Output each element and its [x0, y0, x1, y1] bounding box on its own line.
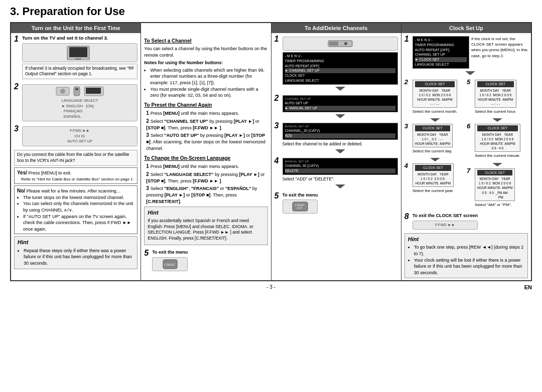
number-note-1: When selecting cable channels which are … [150, 67, 267, 86]
menu-item-timer: TIMER PROGRAMMING [285, 59, 395, 64]
clock-step-3-num: 3 [404, 123, 411, 129]
menu-screen-4: MANUAL SET UP CHANNEL 30 (CATV) DELETE [283, 158, 398, 175]
clock-panel-6: CLOCK SET MONTH DAY YEAR 1 0 / 0 2 MON 2… [475, 124, 520, 152]
clock-step-8-num: 8 [404, 213, 411, 221]
svg-marker-15 [335, 114, 345, 118]
hint-text-2: If you accidentally select Spanish or Fr… [148, 218, 264, 242]
auto-set-up-item: AUTO SET UP [285, 101, 395, 106]
clock-arrow-5 [467, 117, 528, 122]
hint-clock-bullet-2: Your clock setting will be lost if eithe… [414, 257, 524, 276]
add-step-1-num: 1 [275, 35, 281, 43]
down-arrow-2 [333, 113, 348, 119]
clock-panel-5-title: CLOCK SET [477, 81, 514, 87]
no-bullet-1: The tuner stops on the lowest memorized … [23, 194, 134, 201]
clock-step-7-row: 7 CLOCK SET MONTH DAY YEAR 1 0 / 0 2 MON… [467, 167, 528, 209]
clock-step-8-text: To exit the CLOCK SET screen [413, 213, 478, 218]
clock-down-arrow-1 [463, 70, 478, 76]
preset-heading: To Preset the Channel Again [144, 102, 267, 109]
svg-marker-23 [430, 158, 440, 161]
clock-down-arrow-5 [490, 117, 505, 122]
down-arrow-3 [333, 148, 348, 154]
section-add-delete-content: 1 - M E N U - TIMER PROGRAMMING AUTO REP… [272, 33, 401, 280]
step-2-num: 2 [14, 83, 20, 91]
standby-icon [56, 87, 70, 96]
section-turn-on: Turn on the Unit for the First Time 1 Tu… [11, 23, 141, 280]
step-1-num: 1 [14, 35, 20, 43]
section-add-delete-header: To Add/Delete Channels [272, 23, 401, 33]
select-channel-intro: You can select a channel by using the Nu… [144, 46, 267, 58]
arrow-row-4 [283, 183, 398, 189]
number-notes-list: When selecting cable channels which are … [150, 67, 267, 99]
number-notes-heading: Notes for using the Number buttons: [144, 60, 267, 66]
delete-item: DELETE [285, 168, 395, 173]
svg-text:EXIT: EXIT [297, 207, 302, 210]
clock-panel-5: CLOCK SET MONTH DAY YEAR 1 0 / 0 2 MON 2… [475, 80, 516, 108]
clock-step-6-row: 6 CLOCK SET MONTH DAY YEAR 1 0 / 0 2 MON… [467, 123, 528, 159]
clock-step-5-num: 5 [467, 79, 473, 85]
svg-marker-14 [335, 87, 345, 91]
clock-step-1-row: 1 - M E N U - TIMER PROGRAMMING AUTO REP… [404, 35, 528, 77]
lang-label: EN [524, 284, 532, 290]
svg-marker-21 [465, 71, 475, 75]
menu-item-channel-setup: ► CHANNEL SET UP [285, 68, 395, 73]
hint-title-1: Hint [18, 239, 134, 246]
arrow-row-2 [283, 113, 398, 119]
clock-panel-7-values: MONTH DAY YEAR 1 0 / 0 2 MON 2 0 0 6 HOU… [477, 176, 512, 199]
tv-screen-icon [84, 86, 104, 96]
clock-menu-screen-1: - M E N U - TIMER PROGRAMMING AUTO REPEA… [413, 36, 469, 69]
clock-steps-2-4: 2 CLOCK SET MONTH DAY YEAR 1 0 / 0 2 MON… [404, 79, 528, 211]
main-grid: Turn on the Unit for the First Time 1 Tu… [10, 22, 532, 281]
page-title: 3. Preparation for Use [10, 5, 532, 18]
menu-screen-3: MANUAL SET UP CHANNEL_30 (CATV) ADD [283, 123, 398, 140]
hint-bullet-1: Repeat these steps only if either there … [24, 248, 134, 267]
preset-step-3: 3Select "AUTO SET UP" by pressing [PLAY … [146, 132, 267, 151]
clock-auto-repeat: AUTO REPEAT [OFF] [415, 48, 467, 53]
clock-panel-2-title: CLOCK SET [415, 81, 455, 87]
add-exit-text: To exit the menu [283, 192, 318, 198]
svg-marker-22 [430, 118, 440, 122]
add-item: ADD [285, 133, 395, 138]
c-reset-diagram: C.RESET [152, 257, 188, 271]
svg-marker-17 [335, 184, 345, 188]
vcr-remote-diagram: LANGUAGE SELECT ► ENGLISH [ON] FRANÇAIS … [22, 84, 138, 121]
svg-marker-16 [335, 149, 345, 153]
section-turn-on-header: Turn on the Unit for the First Time [11, 23, 141, 33]
page-num: - 3 - [266, 284, 276, 290]
clock-clock-set: ► CLOCK SET [415, 57, 467, 62]
section-clock-set: Clock Set Up 1 - M E N U - TIMER PROGRAM… [401, 23, 531, 280]
add-step-5-num: 5 [275, 192, 281, 200]
preset-step-2: 2Select "CHANNEL SET UP" by pressing [PL… [146, 118, 267, 131]
menu-screen-1: - M E N U - TIMER PROGRAMMING AUTO REPEA… [283, 52, 398, 85]
add-step-4-num: 4 [275, 157, 281, 165]
down-arrow-4 [333, 183, 348, 189]
hint-clock-bullet-1: To go back one step, press [REW ◄◄] (dur… [414, 244, 524, 257]
section-clock-set-header: Clock Set Up [401, 23, 531, 33]
svg-marker-24 [492, 118, 502, 122]
clock-panel-3-title: CLOCK SET [415, 125, 450, 131]
clock-step-4-note: Select the current year. [413, 188, 454, 193]
clock-step-1-num: 1 [404, 35, 411, 43]
footer: - 3 - EN [10, 284, 532, 290]
hint-box-clock: Hint To go back one step, press [REW ◄◄]… [404, 233, 528, 278]
clock-panel-4-title: CLOCK SET [415, 165, 451, 171]
clock-panel-7-title: CLOCK SET [477, 170, 512, 176]
hint-box-2: Hint If you accidentally select Spanish … [144, 207, 267, 245]
clock-step-1-note: If the clock is not set, the CLOCK SET s… [471, 36, 528, 59]
add-step-3-text: Select the channel to be added or delete… [283, 141, 398, 147]
menu-screen-2: CHANNEL SET UP AUTO SET UP ► MANUAL SET … [283, 95, 398, 112]
exit-menu-row: 5 To exit the menu C.RESET [144, 249, 267, 273]
clock-step-4-row: 4 CLOCK SET MONTH DAY YEAR 1 0 / 0 2 2 0… [404, 162, 466, 194]
clock-step-7-note: Select "AM" or "PM". [475, 202, 515, 208]
clock-down-arrow-2 [428, 117, 443, 122]
c-reset-exit-diagram: C.RESET EXIT [283, 200, 318, 214]
clock-arrow-3 [404, 157, 466, 162]
vcr-icon-1 [328, 40, 353, 47]
clock-panel-4-values: MONTH DAY YEAR 1 0 / 0 2 2 0 0 6- HOUR M… [415, 172, 451, 185]
no-bullets: The tuner stops on the lowest memorized … [23, 194, 134, 233]
svg-rect-5 [74, 87, 80, 96]
menu-item-autorepeat: AUTO REPEAT [OFF] [285, 64, 395, 69]
menu-item-lang: LANGUAGE SELECT [285, 78, 395, 83]
svg-marker-25 [492, 163, 502, 166]
channel-30-catv-4: CHANNEL 30 (CATV) [285, 163, 395, 168]
clock-step-5-note: Select the current hour. [475, 109, 516, 114]
